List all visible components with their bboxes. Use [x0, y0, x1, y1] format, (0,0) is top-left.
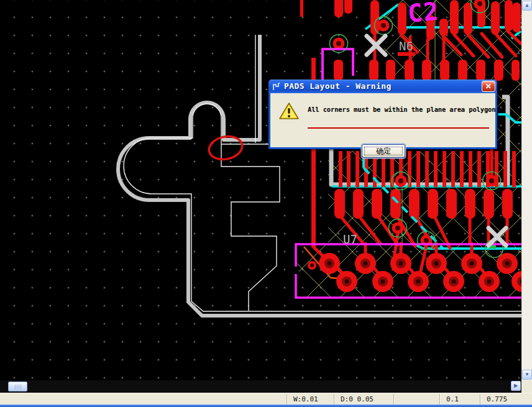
pcb-canvas[interactable]: C2 N6 U7	[0, 0, 521, 380]
scroll-up-button[interactable]: ▲	[522, 1, 532, 11]
status-empty-field	[393, 394, 439, 405]
scroll-down-button[interactable]: ▼	[522, 370, 532, 380]
close-button[interactable]: ✕	[482, 81, 495, 92]
dialog-message: All corners must be within the plane are…	[308, 106, 492, 113]
label-u7: U7	[343, 232, 357, 246]
taskbar-edge	[0, 405, 532, 407]
message-underline	[308, 127, 489, 129]
dialog-title: PADS Layout - Warning	[284, 80, 392, 93]
pads-logo-icon	[272, 82, 281, 91]
ok-button[interactable]: 确定	[362, 144, 405, 158]
down-arrow-icon: ▼	[525, 372, 530, 377]
horizontal-scrollbar-thumb[interactable]	[8, 382, 27, 391]
label-c2: C2	[406, 0, 440, 28]
warning-dialog: PADS Layout - Warning ✕ All corners must…	[268, 80, 497, 149]
status-value-field-1: 0.1	[439, 394, 480, 405]
label-n6: N6	[399, 39, 413, 53]
dialog-body: All corners must be within the plane are…	[270, 93, 495, 147]
vertical-scrollbar[interactable]: ▲ ▼	[521, 0, 532, 380]
status-bar: W:0.01 D:0 0.05 0.1 0.775	[0, 393, 532, 405]
dialog-titlebar[interactable]: PADS Layout - Warning ✕	[268, 80, 497, 93]
scrollbar-corner	[521, 380, 532, 393]
pads-layout-window: C2 N6 U7 ▲ ▼ ▶ W:0.01 D:0 0.05 0.1 0.775	[0, 0, 532, 407]
scroll-right-button[interactable]: ▶	[511, 381, 521, 391]
silkscreen-gap	[293, 267, 299, 274]
warning-icon	[278, 102, 300, 121]
status-value-field-2: 0.775	[480, 394, 526, 405]
close-icon: ✕	[485, 82, 492, 91]
right-arrow-icon: ▶	[514, 383, 518, 388]
status-width-field: W:0.01	[287, 394, 334, 405]
status-grid-field: D:0 0.05	[334, 394, 393, 405]
horizontal-scrollbar[interactable]: ▶	[0, 380, 521, 393]
up-arrow-icon: ▲	[525, 2, 530, 8]
